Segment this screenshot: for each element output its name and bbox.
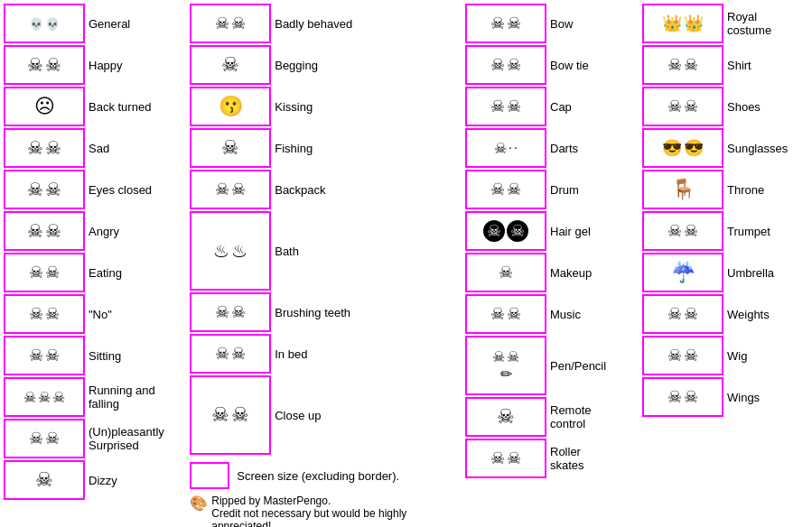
list-item: ☠ ☠ ✏ Pen/Pencil (465, 336, 631, 395)
label-back-turned: Back turned (89, 100, 170, 114)
sprite-box-cap: ☠ ☠ (465, 87, 546, 126)
label-hair-gel: Hair gel (550, 225, 631, 238)
sprite-box-bow-tie: ☠ ☠ (465, 45, 546, 85)
sprite-box-bath: ♨ ♨ (190, 211, 271, 291)
label-fishing: Fishing (275, 142, 356, 155)
list-item: ☠ ☠ Eating (4, 253, 179, 292)
list-item: ☠ ☠ (Un)pleasantlySurprised (4, 419, 179, 458)
list-item: ☠ ☠ "No" (4, 294, 179, 334)
label-badly-behaved: Badly behaved (275, 17, 356, 31)
sprite-box-begging: ☠ (190, 45, 271, 85)
sprite-box-wig: ☠ ☠ (642, 336, 723, 375)
list-item: ☠ ☠ Drum (465, 170, 631, 209)
label-sunglasses: Sunglasses (727, 142, 808, 155)
label-sitting: Sitting (89, 349, 170, 363)
label-bath: Bath (275, 245, 356, 258)
sprite-box-sad: ☠ ☠ (4, 128, 85, 168)
list-item: ☠ Fishing (190, 128, 454, 168)
list-item: ☠ ☠ Sad (4, 128, 179, 168)
list-item: ☠ ☠ ☠ Running and falling (4, 377, 179, 417)
list-item: 😎 😎 Sunglasses (642, 128, 808, 168)
sprite-box-shirt: ☠ ☠ (642, 45, 723, 85)
screen-size-row: Screen size (excluding border). (190, 462, 454, 489)
credits-row: 🎨 Ripped by MasterPengo. Credit not nece… (190, 495, 454, 527)
sprite-box-royal-costume: 👑 👑 (642, 4, 723, 43)
sprite-box-eating: ☠ ☠ (4, 253, 85, 292)
list-item: ☠ ☠ Backpack (190, 170, 454, 209)
list-item: ☠ ☠ Close up (190, 375, 454, 455)
list-item: ☠ ☠ Brushing teeth (190, 292, 454, 332)
sprite-box-trumpet: ☠ ☠ (642, 211, 723, 251)
list-item: ☠ Makeup (465, 253, 631, 292)
list-item: ☠ ☠ Wig (642, 336, 808, 375)
list-item: ☠ ☠ Trumpet (642, 211, 808, 251)
column-4: 👑 👑 Royalcostume ☠ ☠ Shirt ☠ ☠ (642, 4, 808, 527)
sprite-box-roller-skates: ☠ ☠ (465, 439, 546, 478)
label-no: "No" (89, 308, 170, 321)
label-remote: Remotecontrol (550, 403, 631, 430)
label-sad: Sad (89, 142, 170, 155)
sprite-box-shoes: ☠ ☠ (642, 87, 723, 126)
label-weights: Weights (727, 308, 808, 321)
label-backpack: Backpack (275, 183, 356, 197)
label-surprised: (Un)pleasantlySurprised (89, 425, 170, 452)
sprite-box-sitting: ☠ ☠ (4, 336, 85, 375)
list-item: ☠ ☠ Cap (465, 87, 631, 126)
label-bow-tie: Bow tie (550, 59, 631, 72)
label-throne: Throne (727, 183, 808, 197)
list-item: 💀 💀 General (4, 4, 179, 43)
sprite-box-no: ☠ ☠ (4, 294, 85, 334)
sprite-box-throne: 🪑 (642, 170, 723, 209)
list-item: ☠ ☠ Eyes closed (4, 170, 179, 209)
list-item: ☠ ☠ Angry (4, 211, 179, 251)
label-royal-costume: Royalcostume (727, 10, 808, 37)
sprite-box-sunglasses: 😎 😎 (642, 128, 723, 168)
sprite-box-darts: ☠ · · (465, 128, 546, 168)
sprite-box-fishing: ☠ (190, 128, 271, 168)
list-item: ☹ Back turned (4, 87, 179, 126)
label-trumpet: Trumpet (727, 225, 808, 238)
screen-size-box (190, 462, 229, 489)
label-cap: Cap (550, 100, 631, 114)
sprite-box-weights: ☠ ☠ (642, 294, 723, 334)
sprite-box-badly-behaved: ☠ ☠ (190, 4, 271, 43)
sprite-box-back-turned: ☹ (4, 87, 85, 126)
sprite-box-umbrella: ☔ (642, 253, 723, 292)
label-eating: Eating (89, 266, 170, 280)
label-shirt: Shirt (727, 59, 808, 72)
credits-line1: Ripped by MasterPengo. (211, 495, 454, 507)
list-item: ☠ ☠ Wings (642, 377, 808, 417)
label-pen-pencil: Pen/Pencil (550, 359, 631, 373)
list-item: 👑 👑 Royalcostume (642, 4, 808, 43)
sprite-box-angry: ☠ ☠ (4, 211, 85, 251)
sprite-box-happy: ☠ ☠ (4, 45, 85, 85)
label-general: General (89, 17, 170, 31)
sprite-box-drum: ☠ ☠ (465, 170, 546, 209)
label-umbrella: Umbrella (727, 266, 808, 280)
list-item: ☠ ☠ Weights (642, 294, 808, 334)
sprite-box-brushing: ☠ ☠ (190, 292, 271, 332)
label-roller-skates: Rollerskates (550, 445, 631, 472)
list-item: ☠ ☠ Shirt (642, 45, 808, 85)
list-item: 😗 Kissing (190, 87, 454, 126)
sprite-box-kissing: 😗 (190, 87, 271, 126)
sprite-box-bow: ☠ ☠ (465, 4, 546, 43)
sprite-box-in-bed: ☠ ☠ (190, 334, 271, 374)
screen-size-label: Screen size (excluding border). (237, 469, 399, 483)
sprite-box-hair-gel: ☠ ☠ (465, 211, 546, 251)
sprite-box-eyes-closed: ☠ ☠ (4, 170, 85, 209)
list-item: ☠ Begging (190, 45, 454, 85)
list-item: ☠ ☠ In bed (190, 334, 454, 374)
sprite-box-close-up: ☠ ☠ (190, 375, 271, 455)
list-item: ☠ Dizzy (4, 460, 179, 500)
column-3: ☠ ☠ Bow ☠ ☠ Bow tie ☠ ☠ (465, 4, 631, 527)
column-1: 💀 💀 General ☠ ☠ Happy ☹ Back turned (4, 4, 179, 527)
sprite-box-makeup: ☠ (465, 253, 546, 292)
label-drum: Drum (550, 183, 631, 197)
list-item: ☠ ☠ Music (465, 294, 631, 334)
list-item: ♨ ♨ Bath (190, 211, 454, 291)
list-item: ☠ ☠ Shoes (642, 87, 808, 126)
label-running: Running and falling (89, 384, 179, 411)
label-eyes-closed: Eyes closed (89, 183, 170, 197)
list-item: ☠ ☠ Happy (4, 45, 179, 85)
